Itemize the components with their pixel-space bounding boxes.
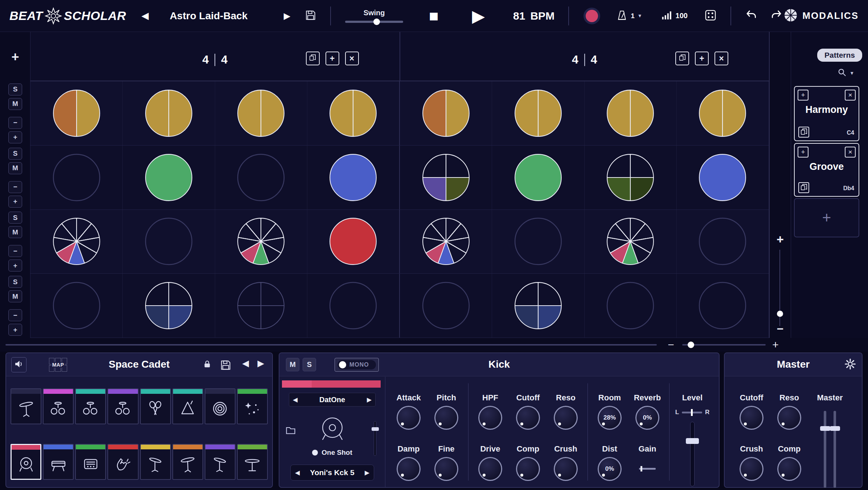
swing-slider[interactable]: [345, 21, 403, 23]
mono-toggle-knob[interactable]: [339, 361, 346, 368]
knob-cutoff[interactable]: [516, 406, 540, 430]
record-button[interactable]: [586, 10, 598, 22]
row-2-add-button[interactable]: +: [8, 196, 22, 208]
row-2-mute-button[interactable]: M: [8, 162, 22, 174]
patterns-tab[interactable]: Patterns: [817, 49, 862, 62]
pattern-close-button[interactable]: ×: [845, 147, 856, 158]
row-1-mute-button[interactable]: M: [8, 98, 22, 110]
pad-drum-kit[interactable]: [43, 388, 74, 424]
beat-cell[interactable]: [215, 81, 307, 145]
beat-cell[interactable]: [677, 146, 769, 209]
sample-next-button[interactable]: ▶: [365, 469, 369, 477]
fader-thumb[interactable]: [820, 426, 830, 431]
pattern-close-button[interactable]: ×: [845, 90, 856, 101]
beat-cell[interactable]: [585, 146, 677, 209]
pattern-copy-button[interactable]: [798, 182, 809, 193]
knob-cutoff[interactable]: [740, 406, 763, 430]
zoom-in-vertical-button[interactable]: +: [770, 232, 791, 246]
zoom-slider-track[interactable]: [682, 344, 766, 346]
beat-cell[interactable]: [585, 81, 677, 145]
pad-maracas[interactable]: [140, 388, 171, 424]
row-3-add-button[interactable]: +: [8, 260, 22, 271]
row-4-solo-button[interactable]: S: [8, 276, 22, 288]
pad-snare[interactable]: [43, 444, 74, 480]
zoom-slider-thumb[interactable]: [688, 342, 694, 348]
row-3-solo-button[interactable]: S: [8, 212, 22, 224]
bank-selector[interactable]: ◀ DatOne ▶: [289, 393, 376, 407]
preview-button[interactable]: [11, 357, 26, 372]
output-level-control[interactable]: 100: [661, 10, 688, 22]
knob-pitch[interactable]: [434, 406, 458, 430]
pad-crash-cymbal[interactable]: [11, 388, 41, 424]
gear-icon[interactable]: [844, 358, 856, 370]
beat-cell[interactable]: [307, 146, 400, 209]
beat-cell[interactable]: [400, 146, 492, 209]
pad-crash-cymbal[interactable]: [172, 444, 203, 480]
kit-name[interactable]: Space Cadet: [108, 359, 169, 370]
knob-fine[interactable]: [434, 457, 458, 481]
zoom-out-button[interactable]: −: [665, 338, 677, 352]
beat-cell[interactable]: [585, 274, 677, 338]
pad-cymbal[interactable]: [205, 444, 236, 480]
redo-button[interactable]: [770, 9, 783, 23]
patterns-search[interactable]: ▼: [837, 68, 854, 78]
pattern-add-button[interactable]: +: [798, 147, 808, 158]
beat-cell[interactable]: [215, 210, 307, 274]
stop-button[interactable]: ■: [429, 8, 439, 24]
pad-clap[interactable]: [107, 444, 138, 480]
folder-icon[interactable]: [285, 425, 296, 437]
add-measure-button[interactable]: +: [695, 52, 709, 65]
pattern-copy-button[interactable]: [798, 127, 809, 138]
gain-slider[interactable]: [639, 468, 656, 470]
row-3-remove-button[interactable]: −: [8, 245, 22, 257]
row-2-remove-button[interactable]: −: [8, 181, 22, 193]
pad-cymbal[interactable]: [140, 444, 171, 480]
next-kit-button[interactable]: ▶: [258, 358, 264, 368]
beat-cell[interactable]: [215, 274, 307, 338]
beat-cell[interactable]: [30, 81, 123, 145]
row-4-remove-button[interactable]: −: [8, 309, 22, 321]
delete-measure-button[interactable]: ×: [715, 52, 728, 65]
add-track-button[interactable]: +: [0, 49, 30, 65]
save-preset-button[interactable]: [305, 9, 316, 23]
beat-cell[interactable]: [400, 210, 492, 274]
preset-name[interactable]: Astro Laid-Back: [170, 10, 271, 22]
master-fader-right[interactable]: [834, 411, 836, 488]
zoom-out-vertical-button[interactable]: −: [770, 322, 791, 336]
bank-next-button[interactable]: ▶: [367, 396, 372, 404]
beat-cell[interactable]: [492, 210, 584, 274]
beat-cell[interactable]: [123, 81, 215, 145]
quantize-control[interactable]: 1 ▼: [616, 9, 642, 23]
pan-slider[interactable]: [682, 412, 702, 413]
beat-cell[interactable]: [307, 81, 400, 145]
pattern-card-harmony[interactable]: + × Harmony C4: [794, 86, 859, 141]
beat-cell[interactable]: [677, 274, 769, 338]
knob-reso[interactable]: [554, 406, 578, 430]
beat-cell[interactable]: [215, 146, 307, 209]
sample-volume-thumb[interactable]: [372, 427, 379, 431]
pad-ride-cymbal[interactable]: [237, 444, 268, 480]
duplicate-measure-button[interactable]: [675, 52, 689, 65]
beat-cell[interactable]: [400, 274, 492, 338]
row-2-solo-button[interactable]: S: [8, 148, 22, 160]
vertical-scroll-thumb[interactable]: [777, 311, 783, 317]
pad-hat-machine[interactable]: [75, 444, 106, 480]
fader-thumb[interactable]: [830, 426, 840, 431]
duplicate-measure-button[interactable]: [306, 52, 320, 65]
time-signature[interactable]: 4 4: [202, 53, 228, 66]
delete-measure-button[interactable]: ×: [345, 52, 359, 65]
pad-coil[interactable]: [205, 388, 236, 424]
lock-icon[interactable]: [202, 359, 212, 369]
beat-cell[interactable]: [307, 210, 400, 274]
prev-kit-button[interactable]: ◀: [242, 358, 249, 368]
beat-cell[interactable]: [123, 210, 215, 274]
swing-slider-thumb[interactable]: [373, 19, 380, 25]
map-button[interactable]: MAP: [49, 358, 67, 372]
knob-crush[interactable]: [554, 457, 578, 481]
beat-cell[interactable]: [492, 81, 584, 145]
pad-drum-kit[interactable]: [75, 388, 106, 424]
row-1-solo-button[interactable]: S: [8, 83, 22, 95]
row-4-mute-button[interactable]: M: [8, 290, 22, 302]
randomize-button[interactable]: [704, 9, 717, 23]
play-button[interactable]: ▶: [472, 8, 485, 24]
